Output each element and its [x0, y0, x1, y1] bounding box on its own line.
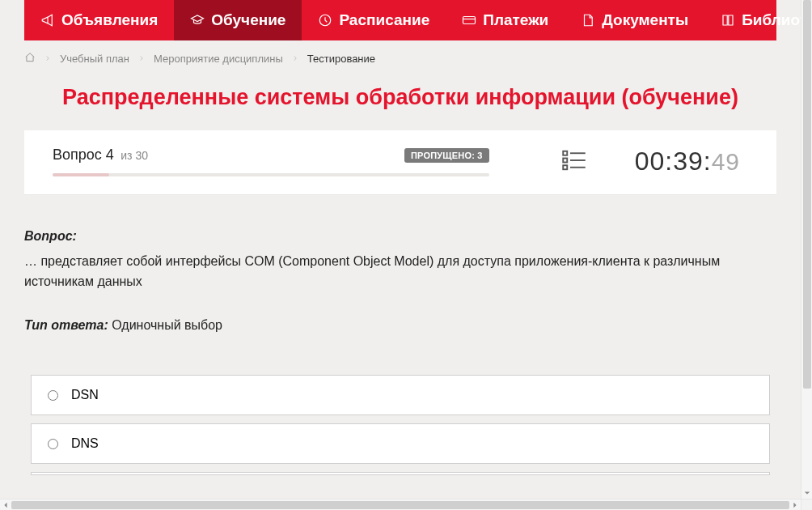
option-label: DSN [71, 388, 99, 402]
nav-label: Объявления [61, 11, 158, 29]
svg-rect-2 [563, 151, 567, 155]
answer-option[interactable]: DNS [31, 423, 770, 464]
horizontal-scrollbar[interactable] [0, 499, 801, 510]
progress-bar [53, 173, 489, 176]
document-icon [581, 13, 595, 28]
vertical-scrollbar[interactable] [801, 0, 812, 499]
answer-type-label: Тип ответа: [24, 318, 108, 332]
svg-rect-4 [563, 165, 567, 169]
home-icon[interactable] [24, 52, 36, 66]
scroll-down-arrow[interactable] [801, 487, 812, 499]
scroll-thumb[interactable] [11, 501, 789, 509]
question-number: Вопрос 4 [53, 147, 114, 163]
question-list-icon[interactable] [562, 150, 586, 174]
nav-item-documents[interactable]: Документы [565, 0, 704, 40]
timer: 00:39:49 [635, 147, 740, 176]
chevron-right-icon [137, 53, 146, 65]
nav-label: Документы [602, 11, 688, 29]
svg-rect-3 [563, 158, 567, 162]
clock-icon [318, 13, 332, 28]
scroll-corner [801, 499, 812, 510]
breadcrumb-current: Тестирование [307, 53, 375, 65]
svg-rect-1 [463, 17, 476, 24]
answer-options: DSN DNS [31, 375, 770, 475]
question-total: из 30 [121, 149, 148, 162]
nav-label: Обучение [211, 11, 285, 29]
scroll-right-arrow[interactable] [789, 499, 801, 510]
answer-option-partial[interactable] [31, 472, 770, 475]
breadcrumb-link-event[interactable]: Мероприятие дисциплины [154, 53, 283, 65]
main-nav: Объявления Обучение Расписание Платежи [24, 0, 776, 40]
page-title: Распределенные системы обработки информа… [24, 85, 776, 110]
scroll-left-arrow[interactable] [0, 499, 11, 510]
nav-item-library[interactable]: Библиотека [704, 0, 801, 40]
nav-label: Библиотека [742, 11, 801, 29]
book-icon [721, 13, 735, 28]
graduation-cap-icon [190, 13, 205, 28]
answer-option[interactable]: DSN [31, 375, 770, 415]
nav-label: Расписание [339, 11, 429, 29]
timer-sub: 49 [712, 148, 740, 175]
credit-card-icon [462, 13, 476, 28]
timer-main: 00:39: [635, 147, 712, 176]
option-label: DNS [71, 436, 99, 451]
nav-label: Платежи [483, 11, 548, 29]
radio-input[interactable] [48, 439, 58, 449]
scroll-thumb[interactable] [803, 0, 811, 389]
nav-item-learning[interactable]: Обучение [174, 0, 302, 40]
chevron-right-icon [44, 53, 52, 65]
radio-input[interactable] [48, 390, 58, 401]
skipped-badge: ПРОПУЩЕНО: 3 [404, 148, 489, 163]
status-card: Вопрос 4 из 30 ПРОПУЩЕНО: 3 [24, 130, 776, 194]
breadcrumb-link-plan[interactable]: Учебный план [60, 53, 129, 65]
answer-type: Одиночный выбор [112, 318, 222, 332]
question-label: Вопрос: [24, 229, 77, 243]
megaphone-icon [40, 13, 55, 28]
nav-item-announcements[interactable]: Объявления [24, 0, 174, 40]
chevron-right-icon [291, 53, 299, 65]
question-text: … представляет собой интерфейсы COM (Com… [24, 252, 776, 292]
nav-item-schedule[interactable]: Расписание [302, 0, 446, 40]
nav-item-payments[interactable]: Платежи [446, 0, 565, 40]
breadcrumb: Учебный план Мероприятие дисциплины Тест… [24, 40, 776, 77]
